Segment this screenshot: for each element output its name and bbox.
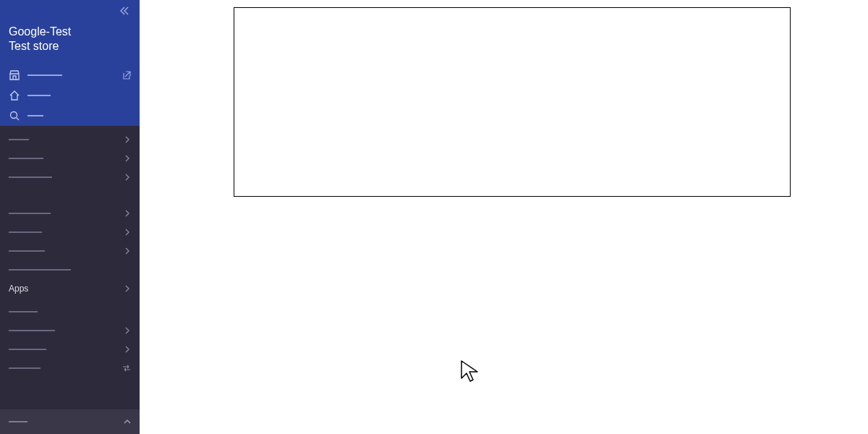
placeholder-line: [9, 250, 45, 252]
sidebar-nav-item[interactable]: [0, 340, 140, 359]
placeholder-line: [9, 158, 43, 159]
placeholder-line: [9, 269, 71, 271]
placeholder-line: [27, 115, 43, 116]
sidebar-nav-item[interactable]: [0, 321, 140, 340]
store-name-line2: Test store: [9, 39, 131, 54]
sidebar-nav-item[interactable]: [0, 359, 140, 378]
sidebar-nav-item[interactable]: [0, 260, 140, 279]
placeholder-line: [9, 349, 46, 350]
chevron-up-icon: [124, 418, 131, 425]
sidebar-nav-item[interactable]: [0, 302, 140, 321]
external-link-icon[interactable]: [121, 70, 131, 80]
swap-icon: [122, 364, 131, 373]
collapse-sidebar-button[interactable]: [119, 6, 131, 22]
chevron-right-icon: [124, 346, 131, 353]
sidebar-nav-item[interactable]: [0, 223, 140, 242]
nav-group-1: [0, 126, 140, 187]
main-content: [140, 0, 868, 434]
chevron-right-icon: [124, 210, 131, 217]
chevron-right-icon: [124, 229, 131, 236]
sidebar-top-item[interactable]: [0, 65, 140, 85]
store-name-line1: Google-Test: [9, 25, 131, 39]
sidebar-footer-item[interactable]: [0, 409, 140, 434]
placeholder-line: [9, 330, 55, 331]
collapse-row: [0, 0, 140, 22]
nav-group-3: [0, 298, 140, 378]
placeholder-line: [9, 176, 52, 178]
storefront-icon: [9, 69, 20, 81]
store-name-block[interactable]: Google-Test Test store: [0, 22, 140, 65]
cursor-icon: [459, 359, 483, 384]
chevron-right-icon: [124, 136, 131, 143]
sidebar-nav-item[interactable]: [0, 130, 140, 149]
sidebar-top-item[interactable]: [0, 85, 140, 106]
nav-group-2: [0, 200, 140, 279]
chevron-right-icon: [124, 247, 131, 255]
sidebar-nav-item[interactable]: [0, 149, 140, 168]
placeholder-line: [9, 139, 29, 140]
app-root: Google-Test Test store Apps: [0, 0, 868, 434]
home-icon: [9, 90, 20, 101]
placeholder-line: [9, 311, 38, 312]
sidebar-top-item[interactable]: [0, 106, 140, 126]
sidebar-nav-item[interactable]: [0, 242, 140, 260]
nav-spacer: [0, 187, 140, 200]
content-panel[interactable]: [234, 7, 791, 197]
sidebar-apps-header[interactable]: Apps: [0, 279, 140, 298]
placeholder-line: [9, 231, 42, 233]
placeholder-line: [9, 213, 51, 214]
chevron-right-icon: [124, 155, 131, 162]
placeholder-line: [9, 367, 41, 369]
placeholder-line: [9, 421, 27, 422]
svg-point-0: [11, 112, 17, 119]
sidebar-nav-item[interactable]: [0, 168, 140, 187]
sidebar-header: Google-Test Test store: [0, 0, 140, 126]
chevron-right-icon: [124, 174, 131, 181]
placeholder-line: [27, 95, 51, 96]
sidebar: Google-Test Test store Apps: [0, 0, 140, 434]
apps-label-text: Apps: [9, 284, 28, 294]
sidebar-nav-item[interactable]: [0, 204, 140, 223]
chevron-right-icon: [124, 327, 131, 334]
chevron-double-left-icon: [119, 6, 131, 16]
placeholder-line: [27, 75, 62, 76]
chevron-right-icon: [124, 285, 131, 292]
search-icon: [9, 110, 20, 122]
